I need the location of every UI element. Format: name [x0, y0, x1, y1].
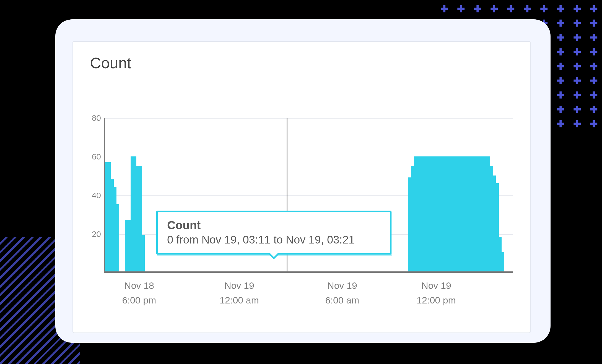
bar[interactable] [502, 252, 504, 271]
bar[interactable] [417, 156, 419, 271]
bar[interactable] [422, 156, 425, 271]
bar[interactable] [425, 156, 428, 271]
bar[interactable] [439, 156, 442, 271]
bar[interactable] [462, 156, 465, 271]
bar[interactable] [419, 156, 422, 271]
bar[interactable] [116, 204, 119, 271]
bar[interactable] [105, 162, 108, 271]
bar[interactable] [414, 156, 417, 271]
bar[interactable] [493, 176, 496, 271]
y-tick-label: 40 [89, 191, 101, 200]
plot[interactable]: 20406080 Nov 186:00 pmNov 1912:00 amNov … [90, 118, 513, 273]
card-outer: Count 20406080 Nov 186:00 pmNov 1912:00 … [55, 19, 551, 343]
y-tick-label: 20 [89, 229, 101, 239]
bar[interactable] [479, 156, 482, 271]
y-tick-label: 60 [89, 152, 101, 161]
bar[interactable] [142, 235, 145, 271]
bar[interactable] [133, 156, 136, 271]
bar[interactable] [473, 156, 476, 271]
bar[interactable] [111, 179, 113, 271]
bar[interactable] [128, 220, 131, 271]
bar[interactable] [476, 156, 479, 271]
bar[interactable] [465, 156, 468, 271]
chart-panel: Count 20406080 Nov 186:00 pmNov 1912:00 … [72, 41, 531, 333]
bar[interactable] [499, 237, 502, 271]
bar[interactable] [490, 166, 493, 271]
chart-title: Count [90, 54, 131, 72]
bar[interactable] [114, 187, 116, 271]
bar[interactable] [108, 162, 111, 271]
bar[interactable] [445, 156, 448, 271]
chart-tooltip: Count 0 from Nov 19, 03:11 to Nov 19, 03… [156, 211, 391, 255]
bar[interactable] [125, 220, 128, 271]
bar[interactable] [434, 156, 436, 271]
tooltip-title: Count [167, 219, 381, 232]
x-tick-label: Nov 1912:00 pm [417, 278, 456, 307]
y-tick-label: 80 [89, 113, 101, 123]
bar[interactable] [459, 156, 462, 271]
bar[interactable] [428, 156, 431, 271]
bar[interactable] [482, 156, 484, 271]
bar[interactable] [456, 156, 459, 271]
bar[interactable] [487, 156, 490, 271]
bar[interactable] [411, 166, 414, 271]
bar[interactable] [139, 166, 142, 271]
bar[interactable] [453, 156, 456, 271]
bar[interactable] [448, 156, 450, 271]
bar[interactable] [131, 156, 133, 271]
bar[interactable] [468, 156, 470, 271]
bar[interactable] [431, 156, 434, 271]
bar[interactable] [408, 177, 411, 271]
x-tick-label: Nov 196:00 am [325, 278, 359, 307]
bar[interactable] [496, 183, 499, 271]
tooltip-body: 0 from Nov 19, 03:11 to Nov 19, 03:21 [167, 234, 381, 246]
bar[interactable] [484, 156, 487, 271]
x-tick-label: Nov 186:00 pm [122, 278, 156, 307]
bar[interactable] [470, 156, 473, 271]
bar[interactable] [436, 156, 439, 271]
x-tick-label: Nov 1912:00 am [220, 278, 259, 307]
bar[interactable] [136, 166, 139, 271]
bar[interactable] [451, 156, 453, 271]
bar[interactable] [442, 156, 445, 271]
